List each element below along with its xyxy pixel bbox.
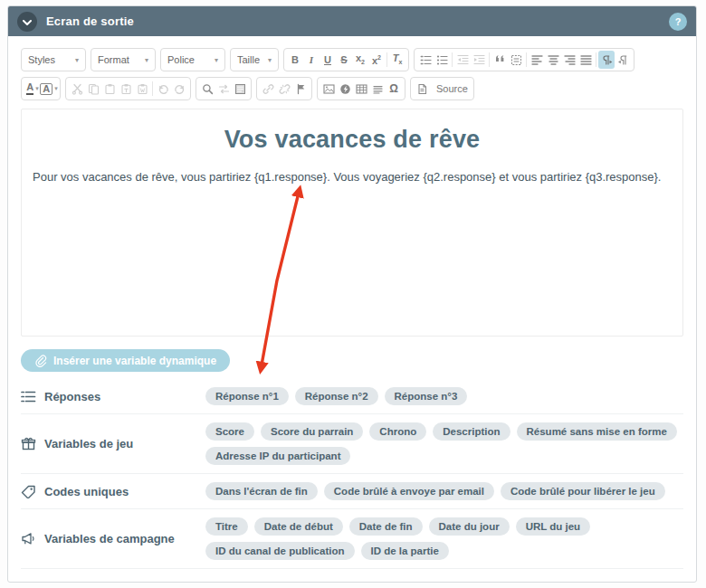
copy-icon	[88, 83, 100, 95]
table-button[interactable]	[353, 80, 369, 98]
underline-button[interactable]: U	[320, 51, 336, 69]
variable-row: Codes uniquesDans l'écran de finCode brû…	[21, 474, 683, 509]
undo-button[interactable]	[155, 80, 171, 98]
variable-chip[interactable]: Code brûlé à envoye par email	[324, 482, 494, 500]
bg-color-icon: A▾	[40, 83, 57, 95]
variable-chip[interactable]: Date de début	[254, 517, 343, 536]
bg-color-button[interactable]: A▾	[41, 80, 57, 98]
special-char-button[interactable]: Ω	[386, 80, 402, 98]
unlink-button[interactable]	[276, 80, 292, 98]
color-button-group: A▾A▾	[21, 77, 61, 100]
table-icon	[356, 83, 367, 95]
editor-content-area[interactable]: Vos vacances de rêve Pour vos vacances d…	[21, 109, 683, 337]
list-icon	[21, 390, 36, 403]
anchor-button[interactable]	[292, 80, 309, 98]
copy-button[interactable]	[85, 80, 101, 98]
variable-chip[interactable]: Adresse IP du participant	[205, 447, 350, 465]
text-color-icon: A▾	[26, 82, 38, 95]
variable-chip[interactable]: Chrono	[369, 422, 426, 441]
cut-button[interactable]	[69, 80, 85, 98]
variable-chip[interactable]: Dans l'écran de fin	[205, 482, 318, 500]
dropdown-taille[interactable]: Taille▾	[230, 48, 279, 71]
variable-chip[interactable]: ID de la partie	[361, 542, 449, 560]
replace-button[interactable]	[215, 80, 232, 98]
indent-button[interactable]	[471, 51, 487, 69]
toolbar-separator	[596, 52, 596, 67]
variable-chip[interactable]: Score du parrain	[261, 422, 363, 441]
align-center-icon	[548, 54, 559, 66]
link-button[interactable]	[260, 80, 276, 98]
outdent-button[interactable]	[454, 51, 471, 69]
align-right-button[interactable]	[561, 51, 577, 69]
variable-chip[interactable]: Code brûlé pour libérer le jeu	[501, 482, 665, 500]
dropdown-styles[interactable]: Styles▾	[21, 48, 86, 71]
paste-word-button[interactable]	[134, 80, 150, 98]
align-left-button[interactable]	[529, 51, 545, 69]
image-button[interactable]	[320, 80, 337, 98]
redo-icon	[174, 83, 186, 95]
unlink-icon	[279, 83, 291, 95]
toolbar-separator	[452, 52, 453, 67]
variables-table: RéponsesRéponse n°1Réponse n°2Réponse n°…	[21, 379, 683, 569]
toolbar-row-1: Styles▾Format▾Police▾Taille▾ BIUSx2x2Tx	[21, 48, 683, 71]
variable-row-label: Variables de jeu	[21, 437, 205, 450]
select-all-icon	[234, 83, 246, 95]
variable-chip[interactable]: ID du canal de publication	[205, 542, 355, 560]
justify-button[interactable]	[577, 51, 594, 69]
help-button[interactable]: ?	[669, 13, 687, 31]
blockquote-button[interactable]	[491, 51, 508, 69]
div-container-button[interactable]	[508, 51, 524, 69]
align-center-button[interactable]	[545, 51, 561, 69]
paste-text-button[interactable]	[118, 80, 134, 98]
link-button-group	[256, 77, 312, 100]
insert-variable-button[interactable]: Insérer une variable dynamique	[21, 349, 230, 372]
paste-word-icon	[137, 83, 148, 95]
variable-chip[interactable]: Titre	[205, 517, 248, 536]
variable-chip[interactable]: Réponse n°1	[205, 387, 289, 405]
bidi-rtl-button[interactable]	[615, 51, 631, 69]
chevron-down-icon: ▾	[75, 56, 79, 64]
variable-chip[interactable]: URL du jeu	[516, 517, 590, 536]
dropdown-format[interactable]: Format▾	[91, 48, 156, 71]
horizontal-rule-button[interactable]	[369, 80, 386, 98]
bold-button[interactable]: B	[287, 51, 303, 69]
variable-chip[interactable]: Description	[433, 422, 510, 441]
bidi-ltr-icon	[601, 54, 613, 66]
variable-row: Variables de campagneTitreDate de débutD…	[21, 509, 683, 569]
superscript-button[interactable]: x2	[368, 51, 385, 69]
variable-chip[interactable]: Résumé sans mise en forme	[517, 422, 677, 441]
object-button-group: Ω	[317, 77, 405, 100]
italic-button[interactable]: I	[303, 51, 320, 69]
dropdown-police[interactable]: Police▾	[160, 48, 225, 71]
paste-button[interactable]	[101, 80, 118, 98]
div-container-icon	[510, 54, 522, 66]
collapse-button[interactable]	[17, 12, 37, 32]
flash-icon	[339, 83, 351, 95]
text-color-button[interactable]: A▾	[24, 80, 41, 98]
strike-button[interactable]: S	[336, 51, 352, 69]
variable-row-label: Codes uniques	[21, 485, 205, 498]
bulleted-list-button[interactable]	[434, 51, 450, 69]
format-button-group: BIUSx2x2Tx	[283, 48, 409, 71]
variable-chip[interactable]: Score	[205, 422, 254, 441]
source-button[interactable]: Source	[410, 77, 474, 100]
subscript-button[interactable]: x2	[352, 51, 368, 69]
redo-button[interactable]	[171, 80, 187, 98]
removeformat-button[interactable]: Tx	[389, 51, 405, 69]
variable-chip[interactable]: Date de fin	[349, 517, 423, 536]
panel-title: Ecran de sortie	[46, 14, 134, 28]
variable-chip[interactable]: Réponse n°3	[385, 387, 468, 405]
editor-heading: Vos vacances de rêve	[31, 126, 673, 154]
variable-chip[interactable]: Date du jour	[429, 517, 510, 536]
numbered-list-button[interactable]	[417, 51, 434, 69]
source-doc-icon	[416, 83, 428, 95]
bidi-ltr-button[interactable]	[598, 51, 615, 69]
variable-chip[interactable]: Réponse n°2	[295, 387, 378, 405]
find-button[interactable]	[199, 80, 215, 98]
link-icon	[262, 83, 274, 95]
horizontal-rule-icon	[372, 83, 384, 95]
select-all-button[interactable]	[232, 80, 248, 98]
flash-button[interactable]	[337, 80, 353, 98]
paste-text-icon	[120, 83, 132, 95]
anchor-icon	[295, 83, 307, 95]
